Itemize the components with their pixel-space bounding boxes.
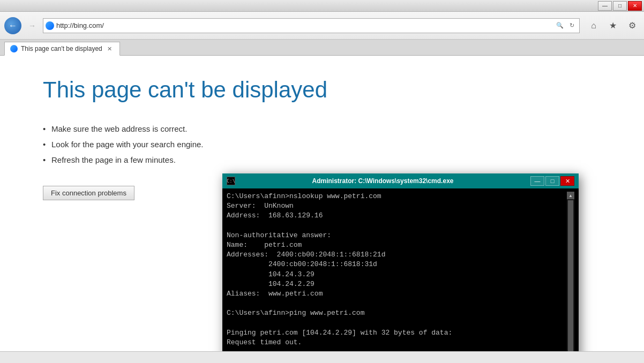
ie-favicon	[46, 21, 54, 30]
toolbar-right-buttons: ⌂ ★ ⚙	[586, 18, 640, 33]
cmd-window: C:\ Administrator: C:\Windows\system32\c…	[222, 173, 579, 351]
cmd-output: C:\Users\afinn>nslookup www.petri.com Se…	[227, 192, 567, 351]
tab-bar: This page can't be displayed ✕	[0, 40, 644, 56]
cmd-title-bar: C:\ Administrator: C:\Windows\system32\c…	[222, 173, 579, 188]
browser-window: — □ ✕ ← → 🔍 ↻ ⌂ ★ ⚙ This page can't be d…	[0, 0, 644, 363]
favorites-button[interactable]: ★	[605, 18, 620, 33]
fix-connection-button[interactable]: Fix connection problems	[43, 186, 134, 200]
scroll-thumb[interactable]	[568, 200, 573, 351]
search-icon[interactable]: 🔍	[555, 20, 565, 31]
address-icons: 🔍 ↻	[555, 20, 577, 31]
cmd-maximize-button[interactable]: □	[545, 176, 559, 186]
list-item: Look for the page with your search engin…	[43, 140, 601, 149]
cmd-title-text: Administrator: C:\Windows\system32\cmd.e…	[239, 177, 526, 185]
minimize-button[interactable]: —	[598, 1, 612, 11]
address-input[interactable]	[56, 21, 552, 29]
scroll-up-button[interactable]: ▲	[567, 192, 574, 199]
error-list: Make sure the web address is correct. Lo…	[43, 124, 601, 164]
cmd-icon: C:\	[227, 177, 235, 185]
list-item: Refresh the page in a few minutes.	[43, 155, 601, 164]
back-button[interactable]: ←	[4, 17, 21, 34]
cmd-window-buttons: — □ ✕	[530, 176, 574, 186]
cmd-close-button[interactable]: ✕	[560, 176, 574, 186]
title-bar: — □ ✕	[0, 0, 644, 12]
active-tab[interactable]: This page can't be displayed ✕	[4, 42, 120, 56]
maximize-button[interactable]: □	[613, 1, 627, 11]
list-item: Make sure the web address is correct.	[43, 124, 601, 133]
tab-title: This page can't be displayed	[21, 45, 102, 52]
refresh-icon[interactable]: ↻	[566, 20, 577, 31]
status-bar	[0, 351, 644, 363]
close-button[interactable]: ✕	[628, 1, 642, 11]
settings-button[interactable]: ⚙	[625, 18, 640, 33]
cmd-body: C:\Users\afinn>nslookup www.petri.com Se…	[222, 188, 579, 351]
home-button[interactable]: ⌂	[586, 18, 601, 33]
cmd-scrollbar[interactable]: ▲ ▼	[567, 192, 574, 351]
page-content: This page can't be displayed Make sure t…	[0, 56, 644, 351]
browser-toolbar: ← → 🔍 ↻ ⌂ ★ ⚙	[0, 12, 644, 40]
tab-favicon	[10, 45, 18, 52]
cmd-minimize-button[interactable]: —	[530, 176, 544, 186]
tab-close-button[interactable]: ✕	[106, 44, 114, 53]
address-bar: 🔍 ↻	[43, 18, 580, 33]
error-heading: This page can't be displayed	[43, 77, 601, 103]
forward-button[interactable]: →	[24, 17, 41, 34]
